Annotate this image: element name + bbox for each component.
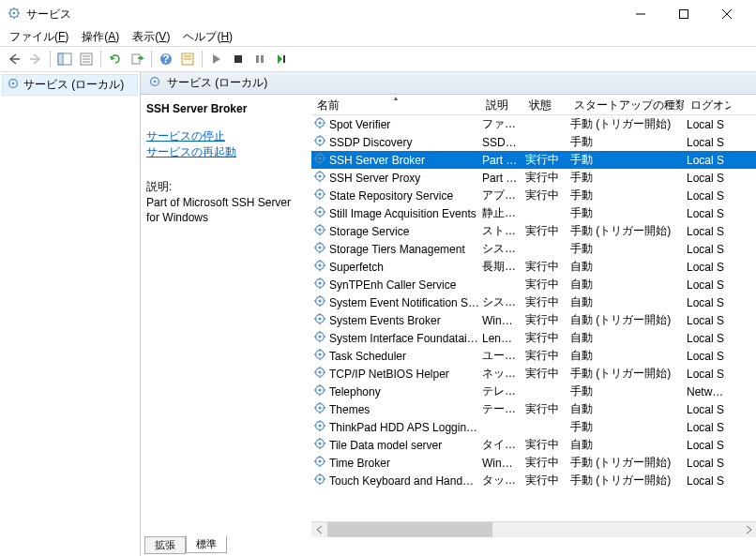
gear-icon	[148, 75, 161, 91]
service-startup-cell: 自動	[568, 330, 685, 346]
service-name-cell: Telephony	[329, 385, 381, 398]
titlebar: サービス	[0, 0, 756, 28]
gear-icon	[313, 383, 326, 399]
column-status[interactable]: 状態	[523, 95, 568, 114]
service-desc-cell: Leno…	[480, 332, 523, 345]
service-row[interactable]: Touch Keyboard and Hand…タッチ…実行中手動 (トリガー開…	[311, 472, 756, 489]
properties-button[interactable]	[76, 49, 97, 69]
service-status-cell: 実行中	[523, 437, 568, 453]
horizontal-scrollbar[interactable]	[311, 521, 756, 537]
service-row[interactable]: TCP/IP NetBIOS Helperネット…実行中手動 (トリガー開始)L…	[311, 365, 756, 383]
menu-file[interactable]: ファイル(F)	[4, 28, 74, 46]
service-row[interactable]: SSDP DiscoverySSDP…手動Local S	[311, 133, 756, 151]
menu-action[interactable]: 操作(A)	[76, 28, 125, 46]
tree-item-services-local[interactable]: サービス (ローカル)	[2, 74, 138, 96]
menu-help[interactable]: ヘルプ(H)	[177, 28, 238, 46]
gear-icon	[313, 401, 326, 417]
column-logon[interactable]: ログオン	[685, 95, 732, 114]
scrollbar-thumb[interactable]	[327, 522, 492, 538]
scroll-left-button[interactable]	[311, 522, 327, 538]
service-row[interactable]: Superfetch長期…実行中自動Local S	[311, 258, 756, 276]
svg-point-43	[318, 139, 321, 142]
service-row[interactable]: System Event Notification S…システ…実行中自動Loc…	[311, 293, 756, 311]
column-startup[interactable]: スタートアップの種類	[568, 95, 685, 114]
column-description[interactable]: 説明	[480, 95, 523, 114]
service-row[interactable]: SSH Server BrokerPart …実行中手動Local S	[311, 151, 756, 169]
service-desc-cell: Part …	[480, 172, 523, 185]
service-row[interactable]: Tile Data model serverタイル…実行中自動Local S	[311, 436, 756, 454]
service-logon-cell: Local S	[685, 314, 732, 327]
gear-icon	[313, 366, 326, 382]
restart-service-button[interactable]	[271, 49, 292, 69]
back-button[interactable]	[4, 49, 24, 69]
service-desc-cell: タッチ…	[480, 473, 523, 488]
service-desc-cell: アプリ…	[480, 188, 523, 203]
service-startup-cell: 自動 (トリガー開始)	[568, 312, 685, 328]
svg-point-1	[13, 11, 16, 14]
stop-service-link[interactable]: サービスの停止	[146, 128, 306, 144]
service-row[interactable]: Spot Verifierファイ…手動 (トリガー開始)Local S	[311, 115, 756, 133]
service-desc-cell: Part …	[480, 154, 523, 167]
service-name-cell: System Interface Foundatai…	[329, 332, 478, 345]
service-row[interactable]: Time BrokerWinR…実行中手動 (トリガー開始)Local S	[311, 454, 756, 472]
show-hide-tree-button[interactable]	[54, 49, 75, 69]
service-row[interactable]: State Repository Serviceアプリ…実行中手動Local S	[311, 187, 756, 204]
service-row[interactable]: SynTPEnh Caller Service実行中自動Local S	[311, 276, 756, 293]
gear-icon	[313, 134, 326, 150]
tab-standard[interactable]: 標準	[186, 535, 227, 553]
service-name-cell: Superfetch	[329, 261, 384, 274]
service-status-cell: 実行中	[523, 455, 568, 471]
tab-extended[interactable]: 拡張	[144, 536, 186, 554]
svg-rect-28	[234, 55, 242, 63]
svg-line-9	[17, 8, 18, 9]
menu-view[interactable]: 表示(V)	[127, 28, 175, 46]
service-startup-cell: 手動 (トリガー開始)	[568, 473, 685, 488]
svg-point-115	[318, 353, 321, 355]
properties2-button[interactable]	[177, 49, 198, 69]
service-startup-cell: 手動 (トリガー開始)	[568, 455, 685, 471]
service-startup-cell: 自動	[568, 294, 685, 310]
minimize-button[interactable]	[619, 0, 662, 28]
forward-button[interactable]	[25, 49, 46, 69]
service-status-cell: 実行中	[523, 294, 568, 310]
service-row[interactable]: Telephonyテレフ…手動Network	[311, 383, 756, 400]
column-name[interactable]: 名前▴	[311, 95, 480, 114]
service-name-cell: SynTPEnh Caller Service	[329, 278, 456, 292]
refresh-button[interactable]	[105, 49, 126, 69]
toolbar: ?	[0, 46, 756, 72]
pause-service-button[interactable]	[249, 49, 270, 69]
service-row[interactable]: ThinkPad HDD APS Loggin…手動Local S	[311, 418, 756, 436]
close-button[interactable]	[705, 0, 748, 28]
maximize-button[interactable]	[662, 0, 705, 28]
svg-point-145	[318, 442, 321, 444]
service-row[interactable]: Storage Serviceストレ…実行中手動 (トリガー開始)Local S	[311, 222, 756, 240]
export-button[interactable]	[127, 49, 147, 69]
service-name-cell: Storage Service	[329, 225, 409, 238]
scroll-right-button[interactable]	[740, 522, 756, 538]
stop-service-button[interactable]	[228, 49, 249, 69]
service-row[interactable]: Task Schedulerユーザ…実行中自動Local S	[311, 347, 756, 365]
start-service-button[interactable]	[206, 49, 227, 69]
service-row[interactable]: System Interface Foundatai…Leno…実行中自動Loc…	[311, 329, 756, 347]
gear-icon	[313, 330, 326, 346]
service-status-cell: 実行中	[523, 188, 568, 203]
svg-rect-31	[283, 55, 285, 63]
service-row[interactable]: System Events BrokerWinR…実行中自動 (トリガー開始)L…	[311, 311, 756, 329]
service-row[interactable]: Still Image Acquisition Events静止…手動Local…	[311, 204, 756, 222]
service-logon-cell: Network	[685, 385, 732, 398]
service-logon-cell: Local S	[685, 296, 732, 309]
service-status-cell: 実行中	[523, 170, 568, 186]
service-startup-cell: 自動	[568, 277, 685, 293]
service-status-cell: 実行中	[523, 348, 568, 364]
service-logon-cell: Local S	[685, 474, 732, 488]
help-button[interactable]: ?	[156, 49, 176, 69]
gear-icon	[313, 312, 326, 328]
service-startup-cell: 手動	[568, 188, 685, 203]
service-desc-cell: 長期…	[480, 259, 523, 275]
service-logon-cell: Local S	[685, 207, 732, 220]
service-desc-cell: テレフ…	[480, 383, 523, 399]
service-row[interactable]: Themesテーマ…実行中自動Local S	[311, 400, 756, 418]
service-row[interactable]: Storage Tiers Managementシステ…手動Local S	[311, 240, 756, 258]
service-row[interactable]: SSH Server ProxyPart …実行中手動Local S	[311, 169, 756, 187]
restart-service-link[interactable]: サービスの再起動	[146, 144, 306, 160]
